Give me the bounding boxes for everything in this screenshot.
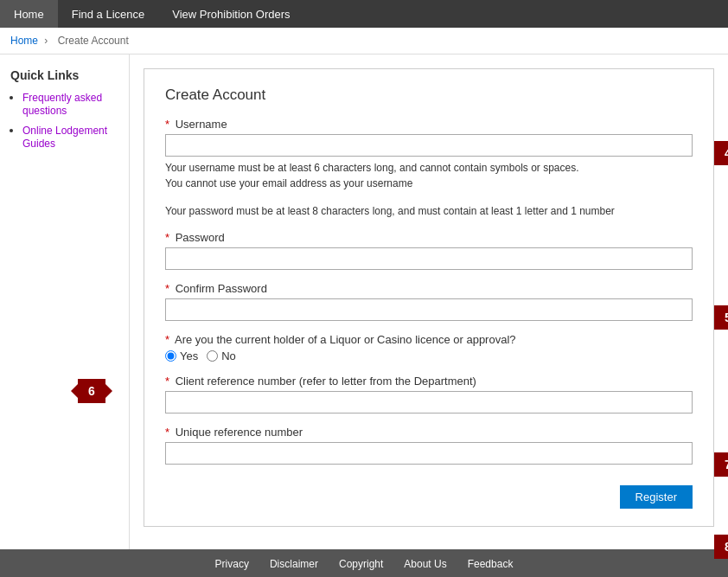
footer-feedback[interactable]: Feedback (468, 558, 514, 570)
username-group: * Username Your username must be at leas… (165, 118, 693, 191)
footer-about-us[interactable]: About Us (404, 558, 446, 570)
confirm-password-group: * Confirm Password (165, 282, 693, 321)
main-content: 4 5 6 7 8 Create Account * Username Your… (130, 54, 728, 549)
breadcrumb-current: Create Account (58, 35, 129, 47)
password-hint: Your password must be at least 8 charact… (165, 203, 693, 219)
step-badge-7: 7 (714, 452, 728, 477)
client-ref-required-star: * (165, 375, 169, 388)
licence-question-group: * Are you the current holder of a Liquor… (165, 333, 693, 362)
sidebar: Quick Links Frequently asked questions O… (0, 54, 130, 549)
step-badge-8: 8 (714, 535, 728, 559)
licence-required-star: * (165, 333, 169, 346)
step-badge-5: 5 (714, 305, 728, 330)
password-label: * Password (165, 231, 693, 244)
unique-ref-input[interactable] (165, 442, 693, 465)
licence-question-label: * Are you the current holder of a Liquor… (165, 333, 693, 346)
form-actions: Register (165, 477, 693, 509)
unique-ref-label: * Unique reference number (165, 426, 693, 439)
register-button[interactable]: Register (620, 485, 693, 509)
client-ref-input[interactable] (165, 391, 693, 414)
footer-copyright[interactable]: Copyright (339, 558, 383, 570)
username-label: * Username (165, 118, 693, 131)
footer-links: Privacy Disclaimer Copyright About Us Fe… (0, 549, 728, 577)
breadcrumb: Home › Create Account (0, 28, 728, 54)
nav-prohibition-orders[interactable]: View Prohibition Orders (158, 0, 303, 28)
top-nav: Home Find a Licence View Prohibition Ord… (0, 0, 728, 28)
footer-privacy[interactable]: Privacy (215, 558, 249, 570)
radio-no-label[interactable]: No (207, 349, 236, 362)
client-ref-group: * Client reference number (refer to lett… (165, 375, 693, 414)
username-required-star: * (165, 118, 169, 131)
unique-ref-group: * Unique reference number (165, 426, 693, 465)
password-group: * Password (165, 231, 693, 270)
breadcrumb-home[interactable]: Home (10, 35, 38, 47)
confirm-password-label: * Confirm Password (165, 282, 693, 295)
username-hint: Your username must be at least 6 charact… (165, 160, 693, 191)
radio-yes-label[interactable]: Yes (165, 349, 198, 362)
client-ref-label: * Client reference number (refer to lett… (165, 375, 693, 388)
step-badge-4: 4 (714, 141, 728, 165)
create-account-form: Create Account * Username Your username … (144, 68, 714, 527)
nav-home[interactable]: Home (0, 0, 58, 28)
step-badge-6: 6 (78, 379, 105, 403)
faq-link[interactable]: Frequently asked questions (22, 92, 102, 117)
password-required-star: * (165, 231, 169, 244)
radio-yes[interactable] (165, 350, 176, 362)
footer-disclaimer[interactable]: Disclaimer (270, 558, 318, 570)
guides-link[interactable]: Online Lodgement Guides (22, 125, 107, 150)
unique-ref-required-star: * (165, 426, 169, 439)
form-title: Create Account (165, 87, 693, 104)
password-input[interactable] (165, 247, 693, 270)
radio-no[interactable] (207, 350, 218, 362)
sidebar-item-faq[interactable]: Frequently asked questions (22, 91, 118, 117)
username-input[interactable] (165, 134, 693, 157)
radio-group: Yes No (165, 349, 693, 362)
sidebar-item-guides[interactable]: Online Lodgement Guides (22, 124, 118, 150)
confirm-password-input[interactable] (165, 298, 693, 321)
breadcrumb-separator: › (44, 35, 48, 47)
nav-find-licence[interactable]: Find a Licence (58, 0, 159, 28)
confirm-required-star: * (165, 282, 169, 295)
quick-links-title: Quick Links (10, 68, 118, 82)
